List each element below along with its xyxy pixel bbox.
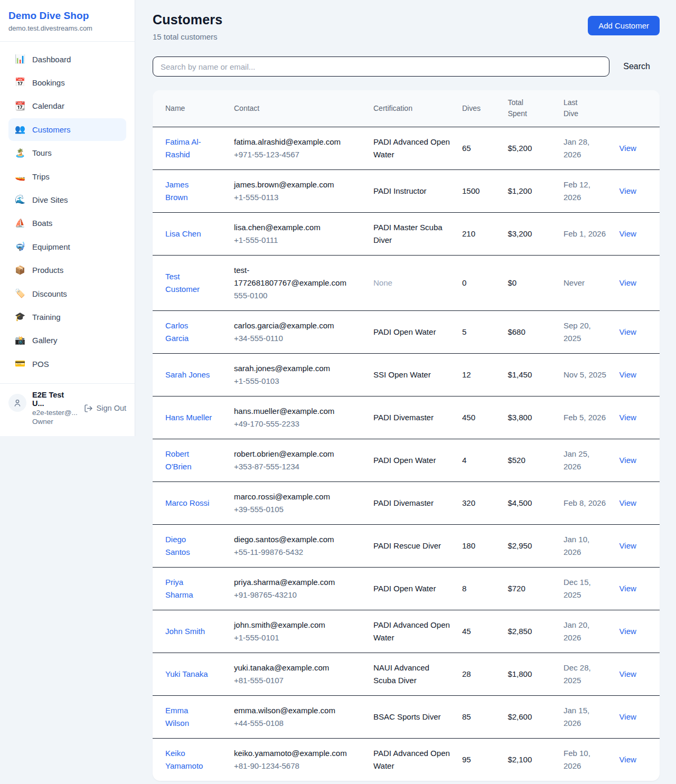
customer-name-link[interactable]: Test Customer: [165, 272, 200, 294]
sidebar-item-customers[interactable]: 👥 Customers: [8, 118, 126, 140]
customers-table: NameContactCertificationDivesTotal Spent…: [153, 90, 660, 781]
sign-out-icon: [84, 404, 93, 413]
customer-phone: +55-11-99876-5432: [234, 546, 363, 559]
search-input[interactable]: [153, 56, 609, 77]
customer-name-link[interactable]: Lisa Chen: [165, 229, 201, 238]
page-title-block: Customers 15 total customers: [153, 12, 222, 41]
customer-phone: +1-555-0113: [234, 191, 363, 204]
view-customer-link[interactable]: View: [619, 498, 636, 507]
customer-name-link[interactable]: Keiko Yamamoto: [165, 749, 203, 770]
sign-out-button[interactable]: Sign Out: [84, 404, 126, 413]
table-row: Yuki Tanaka yuki.tanaka@example.com +81-…: [153, 653, 660, 696]
customer-name-link[interactable]: Marco Rossi: [165, 498, 209, 507]
view-customer-link[interactable]: View: [619, 627, 636, 636]
customer-email: fatima.alrashid@example.com: [234, 136, 349, 148]
customer-phone: +353-87-555-1234: [234, 460, 363, 473]
view-customer-link[interactable]: View: [619, 541, 636, 550]
view-customer-link[interactable]: View: [619, 144, 636, 153]
calendar-icon: 📆: [15, 100, 25, 112]
sidebar-item-equipment[interactable]: 🤿 Equipment: [8, 235, 126, 258]
shop-name[interactable]: Demo Dive Shop: [8, 10, 126, 22]
sidebar-item-gallery[interactable]: 📸 Gallery: [8, 329, 126, 352]
table-header-row: NameContactCertificationDivesTotal Spent…: [153, 90, 660, 127]
customer-certification: PADI Open Water: [368, 439, 457, 482]
customer-total-spent: $520: [502, 439, 558, 482]
view-customer-link[interactable]: View: [619, 327, 636, 336]
table-row: Fatima Al-Rashid fatima.alrashid@example…: [153, 127, 660, 170]
view-customer-link[interactable]: View: [619, 712, 636, 721]
customer-last-dive: Jan 20, 2026: [558, 610, 614, 653]
sidebar-item-pos[interactable]: 💳 POS: [8, 353, 126, 375]
customer-last-dive: Feb 12, 2026: [558, 170, 614, 213]
sidebar-item-label: Tours: [32, 147, 52, 158]
view-customer-link[interactable]: View: [619, 229, 636, 238]
view-customer-link[interactable]: View: [619, 370, 636, 379]
view-customer-link[interactable]: View: [619, 186, 636, 195]
sidebar-item-tours[interactable]: 🏝️ Tours: [8, 142, 126, 164]
table-row: Lisa Chen lisa.chen@example.com +1-555-0…: [153, 213, 660, 256]
view-customer-link[interactable]: View: [619, 278, 636, 287]
customer-certification: PADI Open Water: [368, 568, 457, 610]
customer-email: carlos.garcia@example.com: [234, 319, 349, 332]
sidebar-item-products[interactable]: 📦 Products: [8, 259, 126, 281]
customer-name-link[interactable]: Priya Sharma: [165, 578, 193, 599]
customer-name-link[interactable]: Sarah Jones: [165, 370, 210, 379]
table-row: James Brown james.brown@example.com +1-5…: [153, 170, 660, 213]
customer-name-link[interactable]: Robert O'Brien: [165, 449, 192, 471]
search-button[interactable]: Search: [623, 62, 650, 71]
view-customer-link[interactable]: View: [619, 413, 636, 422]
customer-name-link[interactable]: Fatima Al-Rashid: [165, 137, 201, 159]
customer-email: emma.wilson@example.com: [234, 704, 349, 717]
col-contact: Contact: [229, 90, 368, 127]
sidebar-item-calendar[interactable]: 📆 Calendar: [8, 95, 126, 117]
view-customer-link[interactable]: View: [619, 669, 636, 678]
view-customer-link[interactable]: View: [619, 456, 636, 465]
user-role: Owner: [32, 418, 78, 426]
customer-total-spent: $4,500: [502, 482, 558, 525]
customer-phone: +1-555-0101: [234, 631, 363, 644]
customer-phone: +1-555-0111: [234, 234, 363, 247]
customer-total-spent: $2,850: [502, 610, 558, 653]
customer-name-link[interactable]: John Smith: [165, 627, 205, 636]
customer-phone: +39-555-0105: [234, 503, 363, 516]
view-customer-link[interactable]: View: [619, 755, 636, 764]
sidebar-item-discounts[interactable]: 🏷️ Discounts: [8, 282, 126, 305]
customer-last-dive: Feb 8, 2026: [558, 482, 614, 525]
main-content: Customers 15 total customers Add Custome…: [135, 0, 676, 784]
table-body: Fatima Al-Rashid fatima.alrashid@example…: [153, 127, 660, 781]
customer-last-dive: Jan 15, 2026: [558, 696, 614, 739]
view-customer-link[interactable]: View: [619, 584, 636, 593]
customer-email: hans.mueller@example.com: [234, 405, 349, 418]
customer-name-link[interactable]: Hans Mueller: [165, 413, 212, 422]
table-row: Sarah Jones sarah.jones@example.com +1-5…: [153, 354, 660, 396]
sidebar-item-trips[interactable]: 🚤 Trips: [8, 165, 126, 187]
sidebar-item-training[interactable]: 🎓 Training: [8, 306, 126, 328]
add-customer-button[interactable]: Add Customer: [588, 16, 660, 35]
sidebar-nav: 📊 Dashboard 📅 Bookings 📆 Calendar 👥 Cust…: [0, 42, 135, 380]
dive-sites-icon: 🌊: [15, 194, 25, 205]
sidebar-item-dashboard[interactable]: 📊 Dashboard: [8, 48, 126, 70]
dashboard-icon: 📊: [15, 53, 25, 65]
customer-email: diego.santos@example.com: [234, 533, 349, 546]
gallery-icon: 📸: [15, 335, 25, 346]
sidebar-item-dive-sites[interactable]: 🌊 Dive Sites: [8, 188, 126, 211]
customer-dives: 180: [457, 525, 502, 568]
customer-total-spent: $5,200: [502, 127, 558, 170]
customer-name-link[interactable]: Carlos Garcia: [165, 321, 189, 343]
customer-last-dive: Nov 5, 2025: [558, 354, 614, 396]
customer-name-link[interactable]: Yuki Tanaka: [165, 669, 208, 678]
sidebar-item-bookings[interactable]: 📅 Bookings: [8, 71, 126, 93]
customer-name-link[interactable]: Emma Wilson: [165, 706, 189, 728]
customer-name-link[interactable]: Diego Santos: [165, 535, 190, 556]
sidebar-item-boats[interactable]: ⛵ Boats: [8, 212, 126, 234]
customer-total-spent: $680: [502, 311, 558, 354]
customer-dives: 450: [457, 396, 502, 439]
customer-total-spent: $1,200: [502, 170, 558, 213]
col-actions: [614, 90, 660, 127]
customer-certification: PADI Divemaster: [368, 482, 457, 525]
customer-name-link[interactable]: James Brown: [165, 180, 189, 202]
trips-icon: 🚤: [15, 171, 25, 182]
sidebar-header: Demo Dive Shop demo.test.divestreams.com: [0, 0, 135, 42]
table-row: John Smith john.smith@example.com +1-555…: [153, 610, 660, 653]
table-row: Keiko Yamamoto keiko.yamamoto@example.co…: [153, 739, 660, 781]
